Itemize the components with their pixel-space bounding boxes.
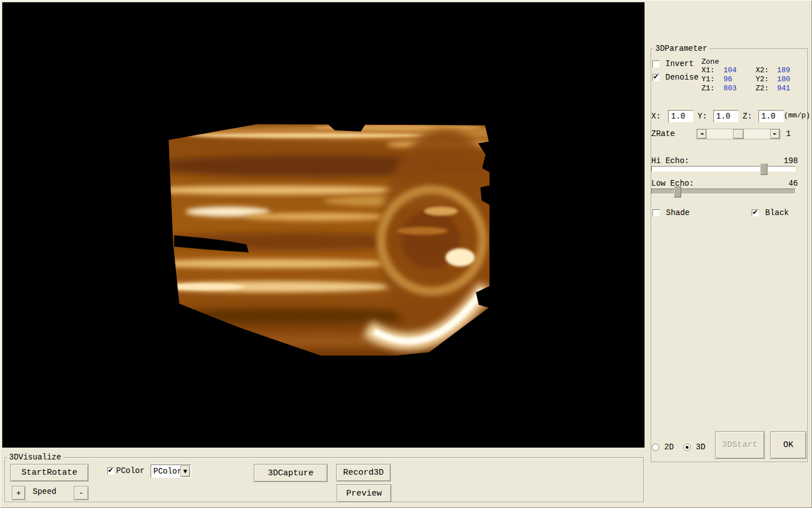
invert-checkbox[interactable] [652,60,660,68]
pcolor-combobox[interactable]: PColor ▼ [151,465,191,478]
speed-plus-button[interactable]: + [12,486,25,500]
check-icon: ✔ [752,208,758,216]
chevron-down-icon: ▼ [183,468,187,474]
zrate-scroll-thumb[interactable] [733,129,744,139]
pcolor-combo-value: PColor [153,467,182,476]
zrate-scrollbar[interactable]: ◄ ► [696,129,780,139]
zone-z2-label: Z2: [756,84,769,93]
hi-echo-value: 198 [775,157,798,165]
zone-y2-label: Y2: [756,75,769,84]
zone-z2-value: 941 [777,84,790,93]
scale-unit-label: (mm/p) [784,111,810,120]
low-echo-label: Low Echo: [651,179,694,188]
speed-label: Speed [33,488,56,496]
zrate-value: 1 [786,130,791,138]
speed-minus-button[interactable]: - [74,486,89,500]
pcolor-label: PColor [116,467,144,475]
radio-dot-icon [686,446,689,449]
low-echo-slider-track[interactable] [651,189,796,194]
param-group-title: 3DParameter [653,45,709,53]
preview-button[interactable]: Preview [337,484,391,502]
zone-x1-label: X1: [701,66,714,75]
zone-z1-label: Z1: [701,84,714,93]
check-icon: ✔ [108,466,113,474]
zrate-scroll-right-button[interactable]: ► [770,129,780,139]
scale-z-input[interactable] [758,110,784,122]
zone-z1-value: 803 [723,84,736,93]
pcolor-checkbox[interactable]: ✔ [107,467,114,475]
mode-3d-radio[interactable] [683,444,691,451]
record-button[interactable]: Record3D [336,464,391,481]
hi-echo-slider-thumb[interactable] [760,163,767,175]
scroll-left-icon: ◄ [700,132,703,136]
black-checkbox[interactable]: ✔ [752,209,759,217]
scale-y-label: Y: [698,112,707,121]
zone-y1-value: 96 [723,75,732,84]
denoise-label: Denoise [665,73,699,82]
hi-echo-label: Hi Echo: [651,157,689,165]
mode-3d-label: 3D [696,443,705,452]
app-window: 3DParameter Invert ✔ Denoise Zone X1: 10… [0,0,812,508]
zone-y1-label: Y1: [701,75,714,84]
zone-x1-value: 104 [723,66,736,75]
check-icon: ✔ [653,73,659,81]
hi-echo-slider-track[interactable] [651,166,796,172]
start-rotate-button[interactable]: StartRotate [10,464,89,481]
ok-button[interactable]: OK [770,431,806,459]
3d-viewport[interactable] [2,2,645,448]
start3d-button[interactable]: 3DStart [715,431,765,459]
zone-y2-value: 180 [777,75,790,84]
low-echo-slider-thumb[interactable] [674,186,681,198]
denoise-checkbox[interactable]: ✔ [652,74,660,81]
black-label: Black [765,209,789,217]
scale-y-input[interactable] [713,110,739,122]
shade-checkbox[interactable] [652,209,660,217]
mode-2d-label: 2D [664,443,674,452]
shade-label: Shade [666,209,690,217]
mode-2d-radio[interactable] [652,444,659,451]
low-echo-value: 46 [775,179,798,188]
scale-z-label: Z: [743,112,752,121]
scroll-right-icon: ► [774,132,776,136]
combo-dropdown-button[interactable]: ▼ [180,466,190,477]
visualize-group-title: 3DVisualize [7,453,63,462]
zrate-label: ZRate [651,130,675,138]
zone-x2-value: 189 [777,66,790,75]
capture-button[interactable]: 3DCapture [254,464,328,482]
scale-x-input[interactable] [668,110,694,122]
zrate-scroll-left-button[interactable]: ◄ [697,129,707,139]
volume-render [2,2,645,448]
zone-x2-label: X2: [756,66,769,75]
invert-label: Invert [665,60,694,68]
zone-title: Zone [701,58,719,66]
scale-x-label: X: [651,112,661,121]
